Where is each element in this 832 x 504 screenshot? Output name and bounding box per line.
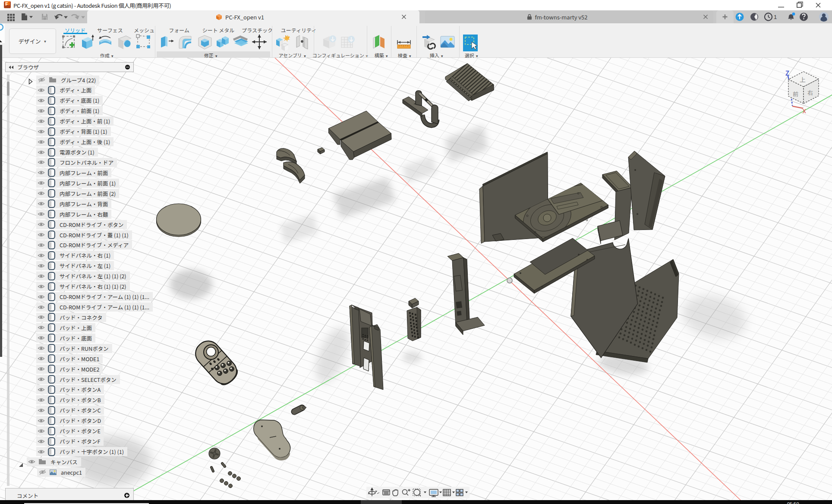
svg-text:右: 右 [807,88,813,97]
svg-text:上: 上 [800,75,806,84]
svg-text:Z: Z [785,68,789,77]
svg-text:前: 前 [793,90,798,98]
svg-text:X: X [802,107,806,115]
